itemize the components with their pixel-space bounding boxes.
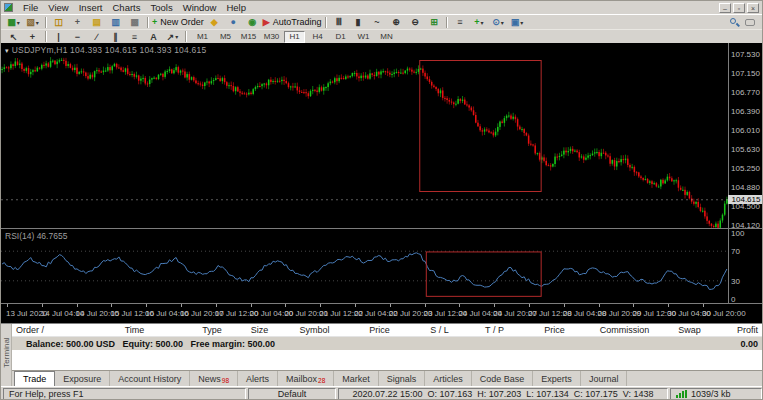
column-header-swap[interactable]: Swap [662, 325, 717, 335]
vertical-line-tool[interactable]: | [50, 30, 67, 43]
menu-file[interactable]: File [18, 2, 43, 13]
menu-tools[interactable]: Tools [145, 2, 177, 13]
minimize-button[interactable]: – [719, 3, 731, 13]
zoom-out-icon: ⊖ [411, 17, 419, 27]
fibonacci-tool[interactable]: ≡ [126, 30, 143, 43]
terminal-side-strip[interactable]: Terminal [1, 324, 12, 386]
community-button[interactable]: ◉ [244, 16, 261, 29]
column-header-time[interactable]: Time [82, 325, 187, 335]
add-indicator-button[interactable]: +▾ [470, 16, 487, 29]
zoom-out-button[interactable]: ⊖ [406, 16, 423, 29]
chart-area[interactable]: ▾USDJPYm,H1 104.393 104.615 104.393 104.… [1, 43, 763, 323]
arrows-tool[interactable]: ↗▾ [164, 30, 181, 43]
autotrading-button[interactable]: ▶AutoTrading [263, 16, 322, 29]
templates-button[interactable]: ▣▾ [508, 16, 525, 29]
timeframe-h1[interactable]: H1 [284, 31, 305, 43]
menu-insert[interactable]: Insert [74, 2, 108, 13]
status-profile[interactable]: Default [248, 388, 336, 400]
timeframe-h4[interactable]: H4 [307, 31, 328, 43]
channel-tool: ∥ [113, 32, 118, 42]
horizontal-line-tool[interactable]: − [69, 30, 86, 43]
tab-alerts[interactable]: Alerts [238, 371, 278, 386]
column-header-s-l[interactable]: S / L [412, 325, 467, 335]
bar-chart-icon: Ⅲ [336, 17, 342, 27]
timeframe-m1[interactable]: M1 [192, 31, 213, 43]
column-header-symbol[interactable]: Symbol [282, 325, 347, 335]
crosshair-tool[interactable]: + [24, 30, 41, 43]
horizontal-line-tool: − [75, 32, 80, 42]
cursor-tool: ↖ [10, 32, 18, 42]
time-axis-tick [42, 304, 43, 307]
one-click-trading-icon[interactable]: ▾ [5, 47, 9, 54]
tile-windows-button[interactable]: ⊞ [425, 16, 442, 29]
data-window-button[interactable]: + [69, 16, 86, 29]
menu-view[interactable]: View [43, 2, 73, 13]
candlestick-button[interactable]: ▮ [349, 16, 366, 29]
price-axis-label: 107.530 [731, 50, 760, 59]
menu-window[interactable]: Window [178, 2, 222, 13]
restore-button[interactable]: ▫ [733, 3, 745, 13]
tab-code-base[interactable]: Code Base [472, 371, 534, 386]
column-header-price[interactable]: Price [347, 325, 412, 335]
tab-mailbox[interactable]: Mailbox28 [278, 371, 334, 386]
trendline-tool[interactable]: ∕ [88, 30, 105, 43]
balance-row: Balance: 500.00 USD Equity: 500.00 Free … [12, 337, 763, 350]
column-header-profit[interactable]: Profit [717, 325, 763, 335]
close-button[interactable]: × [747, 3, 759, 13]
symbols-icon: ▤ [92, 17, 101, 27]
menu-help[interactable]: Help [221, 2, 251, 13]
column-header-size[interactable]: Size [237, 325, 282, 335]
status-help: For Help, press F1 [3, 388, 246, 400]
tab-signals[interactable]: Signals [379, 371, 426, 386]
trade-list-empty [12, 350, 763, 370]
text-tool[interactable]: A [145, 30, 162, 43]
column-header-commission[interactable]: Commission [587, 325, 662, 335]
metaeditor-button[interactable]: ◆ [206, 16, 223, 29]
symbols-button[interactable]: ▤ [88, 16, 105, 29]
tab-articles[interactable]: Articles [425, 371, 472, 386]
column-header-order[interactable]: Order / [12, 325, 82, 335]
chart-symbol-label: ▾USDJPYm,H1 104.393 104.615 104.393 104.… [5, 45, 206, 55]
timeframe-m30[interactable]: M30 [261, 31, 282, 43]
tab-market[interactable]: Market [334, 371, 379, 386]
tab-account-history[interactable]: Account History [110, 371, 190, 386]
tab-exposure[interactable]: Exposure [55, 371, 110, 386]
timeframe-buttons: M1M5M15M30H1H4D1W1MN [191, 31, 398, 43]
market-watch-button[interactable]: ◫ [50, 16, 67, 29]
periods-button[interactable]: ⊙▾ [489, 16, 506, 29]
menu-charts[interactable]: Charts [108, 2, 146, 13]
chat-icon[interactable] [745, 19, 755, 26]
timeframe-d1[interactable]: D1 [330, 31, 351, 43]
timeframe-m15[interactable]: M15 [238, 31, 259, 43]
new-order-button[interactable]: +New Order [152, 16, 204, 29]
indicators-list-button[interactable]: ≡ [451, 16, 468, 29]
timeframe-m5[interactable]: M5 [215, 31, 236, 43]
line-chart-button[interactable]: ~ [368, 16, 385, 29]
search-icon[interactable] [730, 18, 739, 27]
column-header-type[interactable]: Type [187, 325, 237, 335]
tab-trade[interactable]: Trade [14, 371, 55, 386]
zoom-in-button[interactable]: ⊕ [387, 16, 404, 29]
cursor-tool[interactable]: ↖ [5, 30, 22, 43]
new-chart-button[interactable]: ▦▾ [5, 16, 22, 29]
tab-news[interactable]: News98 [190, 371, 238, 386]
timeframe-mn[interactable]: MN [376, 31, 397, 43]
rsi-indicator-chart[interactable] [1, 229, 728, 303]
strategy-tester-button[interactable]: ▩ [126, 16, 143, 29]
price-axis-label: 105.250 [731, 164, 760, 173]
tab-journal[interactable]: Journal [581, 371, 628, 386]
bar-chart-button[interactable]: Ⅲ [330, 16, 347, 29]
tab-experts[interactable]: Experts [533, 371, 581, 386]
time-axis-tick [529, 304, 530, 307]
navigator-button[interactable]: ▥ [107, 16, 124, 29]
timeframe-w1[interactable]: W1 [353, 31, 374, 43]
column-header-price[interactable]: Price [522, 325, 587, 335]
time-axis-tick [320, 304, 321, 307]
candlestick-chart[interactable] [1, 43, 728, 228]
rsi-label: RSI(14) 46.7655 [5, 231, 67, 241]
channel-tool[interactable]: ∥ [107, 30, 124, 43]
profiles-button[interactable]: ▧▾ [24, 16, 41, 29]
experts-button[interactable]: ● [225, 16, 242, 29]
balance-profit: 0.00 [740, 339, 763, 349]
column-header-t-p[interactable]: T / P [467, 325, 522, 335]
